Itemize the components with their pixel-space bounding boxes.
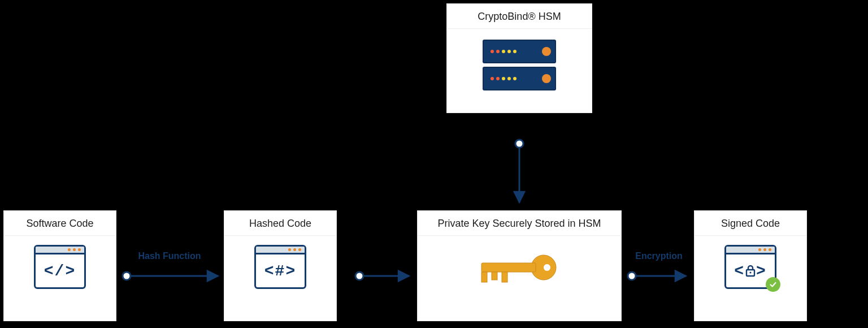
svg-point-27 (515, 140, 523, 148)
svg-point-25 (355, 272, 363, 280)
svg-point-26 (628, 272, 636, 280)
connectors (0, 0, 868, 328)
svg-point-24 (123, 272, 131, 280)
